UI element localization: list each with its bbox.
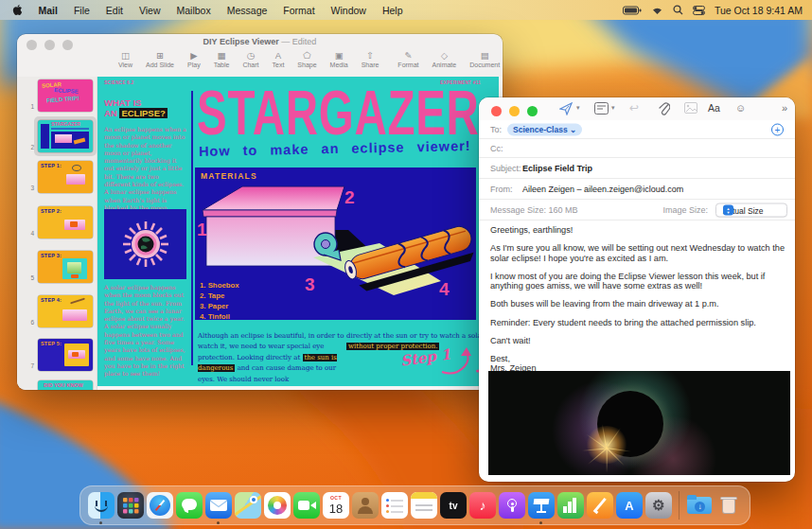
toolbar-animate-button[interactable]: ◇Animate — [426, 48, 464, 70]
format-icon[interactable]: Aa — [708, 102, 720, 114]
toolbar-share-button[interactable]: ⇧Share — [355, 48, 386, 70]
add-recipient-button[interactable]: + — [771, 123, 784, 135]
dock-appstore[interactable]: A — [616, 492, 643, 519]
slide-canvas[interactable]: SCIENCE 6.2 EXPERIMENT #11 WHAT IS AN EC… — [97, 77, 499, 386]
keynote-toolbar: ◫View ⊞Add Slide ▶Play ▦Table ◷Chart ATe… — [112, 48, 497, 77]
keynote-edited: — Edited — [281, 37, 316, 46]
dock-finder[interactable] — [88, 492, 115, 519]
emoji-icon[interactable]: ☺ — [735, 102, 746, 114]
menu-file[interactable]: File — [74, 5, 90, 16]
minimize-button[interactable] — [509, 106, 520, 116]
menu-format[interactable]: Format — [283, 5, 314, 16]
battery-icon[interactable] — [623, 6, 642, 15]
cc-field[interactable]: Cc: — [479, 139, 795, 158]
from-value[interactable]: Aileen Zeigen – aileen.zeigen@icloud.com — [522, 185, 683, 194]
mail-body[interactable]: Greetings, earthlings! As I'm sure you a… — [490, 225, 789, 374]
menu-window[interactable]: Window — [331, 5, 366, 16]
slide-navigator: 1 SOLAR ECLIPSE FIELD TRIP! 2 STARGAZER … — [17, 77, 97, 390]
dock-photos[interactable] — [264, 492, 291, 519]
from-field[interactable]: From: Aileen Zeigen – aileen.zeigen@iclo… — [479, 179, 795, 200]
dock-calendar[interactable]: OCT 18 — [323, 492, 349, 519]
to-field[interactable]: To: Science-Class ⌄ + — [479, 120, 795, 139]
menu-view[interactable]: View — [139, 5, 161, 16]
toolbar-play-button[interactable]: ▶Play — [181, 48, 207, 70]
dock-downloads[interactable]: ↓ — [686, 492, 713, 519]
dock-pages[interactable] — [587, 492, 613, 519]
image-size-label: Image Size: — [662, 205, 708, 215]
zoom-button[interactable] — [527, 106, 538, 116]
slide-thumbnail-5[interactable]: STEP 3: — [38, 251, 93, 283]
svg-text:1: 1 — [197, 220, 207, 239]
slide-thumbnail-6[interactable]: STEP 4: — [38, 295, 93, 327]
cc-label: Cc: — [490, 144, 503, 153]
mail-traffic-lights[interactable] — [491, 106, 538, 116]
dock-trash[interactable] — [715, 492, 742, 519]
dock-keynote[interactable] — [528, 492, 555, 519]
slide-thumbnail-7[interactable]: STEP 5: — [38, 339, 93, 371]
dock-mail[interactable] — [205, 492, 232, 519]
desktop: Mail File Edit View Mailbox Message Form… — [0, 0, 812, 529]
dock-podcasts[interactable] — [499, 492, 525, 519]
toolbar-format-button[interactable]: ✎Format — [391, 48, 425, 70]
canvas-bottom-margin — [97, 386, 503, 390]
menu-message[interactable]: Message — [227, 5, 268, 16]
header-fields-icon[interactable] — [594, 102, 609, 115]
toolbar-add-slide-button[interactable]: ⊞Add Slide — [139, 48, 181, 70]
dock-launchpad[interactable] — [117, 492, 144, 519]
image-size-select[interactable]: Actual Size ▲▼ — [715, 203, 787, 217]
eclipse-attachment-image[interactable] — [488, 371, 790, 475]
dock-messages[interactable] — [176, 492, 203, 519]
to-recipient-token[interactable]: Science-Class ⌄ — [507, 123, 582, 135]
toolbar-chart-button[interactable]: ◷Chart — [236, 48, 265, 70]
send-icon[interactable] — [559, 102, 573, 115]
slide-number: 2 — [21, 144, 34, 150]
slide-number: 4 — [21, 230, 34, 237]
dock-notes[interactable] — [411, 492, 437, 519]
slide-thumbnail-2[interactable]: STARGAZER — [38, 120, 93, 152]
send-chevron-icon[interactable]: ▾ — [576, 104, 580, 112]
control-center-icon[interactable] — [693, 6, 705, 15]
slide-thumbnail-8[interactable]: DID YOU KNOW — [38, 380, 93, 390]
dock-settings[interactable]: ⚙ — [645, 492, 672, 519]
toolbar-media-button[interactable]: ▣Media — [324, 48, 355, 70]
insert-photo-icon — [684, 102, 697, 114]
slide-thumbnail-1[interactable]: SOLAR ECLIPSE FIELD TRIP! — [38, 79, 93, 112]
dock-maps[interactable] — [235, 492, 261, 519]
close-button[interactable] — [491, 106, 502, 116]
slide-thumbnail-4[interactable]: STEP 2: — [38, 206, 93, 238]
menu-app-name[interactable]: Mail — [39, 5, 58, 16]
dock-music[interactable]: ♪ — [469, 492, 496, 519]
subject-field[interactable]: Subject: Eclipse Field Trip — [479, 158, 795, 179]
header-chevron-icon[interactable]: ▾ — [611, 104, 615, 112]
attach-icon[interactable] — [658, 102, 670, 115]
dock-numbers[interactable] — [557, 492, 584, 519]
toolbar-document-button[interactable]: ▤Document — [463, 48, 503, 70]
subject-value[interactable]: Eclipse Field Trip — [522, 164, 592, 173]
share-icon: ⇧ — [362, 50, 380, 62]
keynote-titlebar[interactable]: DIY Eclipse Viewer — Edited — [17, 34, 503, 48]
toolbar-text-button[interactable]: AText — [266, 48, 291, 70]
shape-icon: ⬠ — [297, 50, 316, 62]
dock-safari[interactable] — [147, 492, 173, 519]
wifi-icon[interactable] — [651, 6, 663, 15]
dock: OCT 18 tv — [79, 485, 750, 525]
dock-contacts[interactable] — [352, 492, 379, 519]
search-icon[interactable] — [673, 5, 683, 15]
slide-whatis-heading: WHAT IS AN ECLIPSE? — [104, 97, 168, 118]
apple-menu-icon[interactable] — [12, 4, 23, 16]
menu-help[interactable]: Help — [382, 5, 403, 16]
toolbar-table-button[interactable]: ▦Table — [207, 48, 237, 70]
toolbar-overflow-icon[interactable]: » — [782, 102, 787, 114]
dock-reminders[interactable] — [381, 492, 408, 519]
slide-sun-panel — [104, 209, 186, 279]
dock-facetime[interactable] — [293, 492, 320, 519]
toolbar-shape-button[interactable]: ⬠Shape — [291, 48, 323, 70]
menu-mailbox[interactable]: Mailbox — [177, 5, 211, 16]
toolbar-view-button[interactable]: ◫View — [112, 48, 139, 70]
menu-clock[interactable]: Tue Oct 18 9:41 AM — [715, 5, 803, 16]
menu-edit[interactable]: Edit — [106, 5, 123, 16]
dock-tv[interactable]: tv — [440, 492, 467, 519]
slide-thumbnail-3[interactable]: STEP 1: — [38, 161, 93, 193]
chart-icon: ◷ — [242, 50, 258, 62]
text-icon: A — [273, 50, 285, 62]
